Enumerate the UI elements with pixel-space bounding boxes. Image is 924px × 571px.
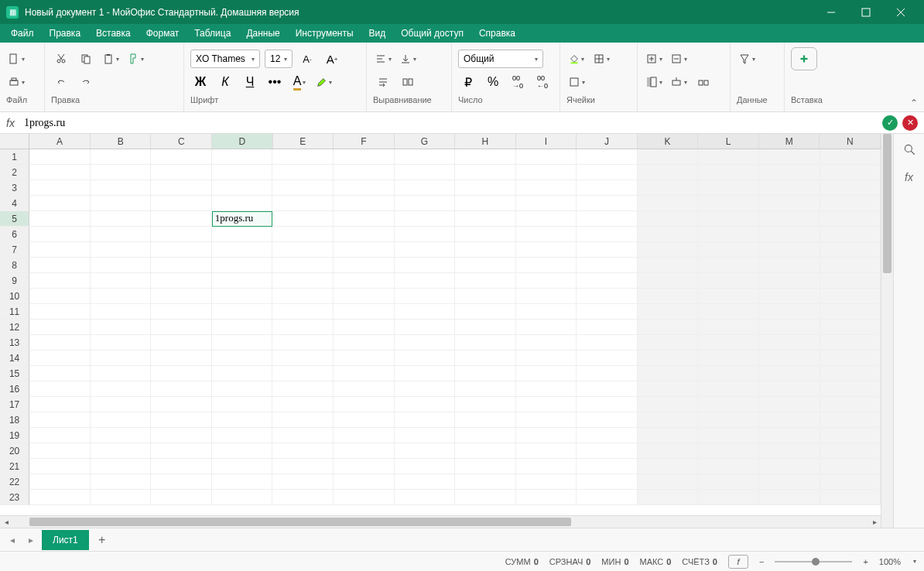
cell-I8[interactable] [516, 258, 577, 273]
cell-B17[interactable] [91, 397, 152, 412]
cell-F8[interactable] [334, 258, 395, 273]
column-header-D[interactable]: D [212, 134, 273, 149]
cell-D9[interactable] [212, 273, 273, 289]
cell-B10[interactable] [91, 289, 152, 304]
cell-E17[interactable] [272, 397, 334, 412]
cell-H12[interactable] [455, 320, 516, 335]
cell-D17[interactable] [212, 397, 273, 412]
column-header-B[interactable]: B [91, 134, 152, 149]
zoom-handle[interactable] [812, 558, 820, 566]
zoom-out-button[interactable]: − [759, 557, 764, 566]
filter-button[interactable]: ▾ [737, 49, 757, 69]
cell-B21[interactable] [91, 459, 152, 474]
menu-share[interactable]: Общий доступ [393, 24, 471, 43]
number-format-select[interactable]: Общий▾ [458, 50, 543, 68]
cell-M5[interactable] [759, 211, 820, 227]
cell-M9[interactable] [759, 273, 820, 289]
cell-M19[interactable] [759, 428, 820, 443]
cell-N16[interactable] [820, 381, 881, 397]
cell-D14[interactable] [212, 350, 273, 366]
cell-G13[interactable] [395, 335, 456, 350]
redo-button[interactable] [76, 72, 96, 92]
cell-I23[interactable] [516, 490, 577, 505]
align-v-button[interactable]: ▾ [398, 49, 418, 69]
cell-L14[interactable] [698, 350, 759, 366]
cell-A22[interactable] [29, 474, 91, 490]
cell-G15[interactable] [395, 366, 456, 381]
cell-L17[interactable] [698, 397, 759, 412]
cell-N2[interactable] [820, 165, 881, 180]
cell-B20[interactable] [91, 443, 152, 459]
cell-E18[interactable] [272, 412, 334, 428]
cell-L7[interactable] [698, 242, 759, 258]
zoom-in-button[interactable]: + [863, 557, 868, 566]
cell-E16[interactable] [272, 381, 334, 397]
cell-C8[interactable] [151, 258, 212, 273]
align-h-button[interactable]: ▾ [373, 49, 393, 69]
cell-M1[interactable] [759, 149, 820, 165]
zoom-slider[interactable] [775, 561, 852, 562]
cell-C2[interactable] [151, 165, 212, 180]
cell-D4[interactable] [212, 196, 273, 211]
cell-J4[interactable] [577, 196, 638, 211]
cell-A6[interactable] [29, 227, 91, 242]
row-header-16[interactable]: 16 [0, 381, 29, 397]
column-header-I[interactable]: I [516, 134, 577, 149]
cell-F18[interactable] [334, 412, 395, 428]
cell-J13[interactable] [577, 335, 638, 350]
cell-N6[interactable] [820, 227, 881, 242]
cell-G5[interactable] [395, 211, 456, 227]
cell-N7[interactable] [820, 242, 881, 258]
row-header-9[interactable]: 9 [0, 273, 29, 289]
cell-A10[interactable] [29, 289, 91, 304]
cell-H10[interactable] [455, 289, 516, 304]
cell-M12[interactable] [759, 320, 820, 335]
column-header-L[interactable]: L [698, 134, 759, 149]
cell-D3[interactable] [212, 180, 273, 196]
cell-M7[interactable] [759, 242, 820, 258]
column-header-E[interactable]: E [273, 134, 334, 149]
cell-D21[interactable] [212, 459, 273, 474]
cell-B6[interactable] [91, 227, 152, 242]
cell-L16[interactable] [698, 381, 759, 397]
cell-C14[interactable] [151, 350, 212, 366]
vscroll-thumb[interactable] [883, 134, 891, 273]
cell-E14[interactable] [272, 350, 334, 366]
cell-A16[interactable] [29, 381, 91, 397]
cell-A15[interactable] [29, 366, 91, 381]
cell-G3[interactable] [395, 180, 456, 196]
cell-B16[interactable] [91, 381, 152, 397]
column-header-G[interactable]: G [395, 134, 456, 149]
cell-L15[interactable] [698, 366, 759, 381]
row-header-3[interactable]: 3 [0, 180, 29, 196]
cell-I1[interactable] [516, 149, 577, 165]
close-button[interactable] [883, 0, 918, 24]
column-header-A[interactable]: A [29, 134, 91, 149]
cell-H13[interactable] [455, 335, 516, 350]
cell-H19[interactable] [455, 428, 516, 443]
cell-F1[interactable] [334, 149, 395, 165]
cell-N1[interactable] [820, 149, 881, 165]
cell-B15[interactable] [91, 366, 152, 381]
cell-B19[interactable] [91, 428, 152, 443]
cell-C5[interactable] [151, 211, 212, 227]
cell-D7[interactable] [212, 242, 273, 258]
cell-C22[interactable] [151, 474, 212, 490]
cell-C23[interactable] [151, 490, 212, 505]
column-header-N[interactable]: N [820, 134, 881, 149]
insert-cells-button[interactable]: ▾ [644, 49, 664, 69]
cell-F23[interactable] [334, 490, 395, 505]
cell-I4[interactable] [516, 196, 577, 211]
cell-B23[interactable] [91, 490, 152, 505]
cell-M8[interactable] [759, 258, 820, 273]
cell-D1[interactable] [212, 149, 273, 165]
row-header-23[interactable]: 23 [0, 490, 29, 505]
cell-C16[interactable] [151, 381, 212, 397]
cell-G8[interactable] [395, 258, 456, 273]
cell-N18[interactable] [820, 412, 881, 428]
cell-G9[interactable] [395, 273, 456, 289]
font-name-select[interactable]: XO Thames▾ [190, 50, 260, 68]
hscroll-thumb[interactable] [29, 518, 571, 526]
cell-N12[interactable] [820, 320, 881, 335]
cell-E13[interactable] [272, 335, 334, 350]
